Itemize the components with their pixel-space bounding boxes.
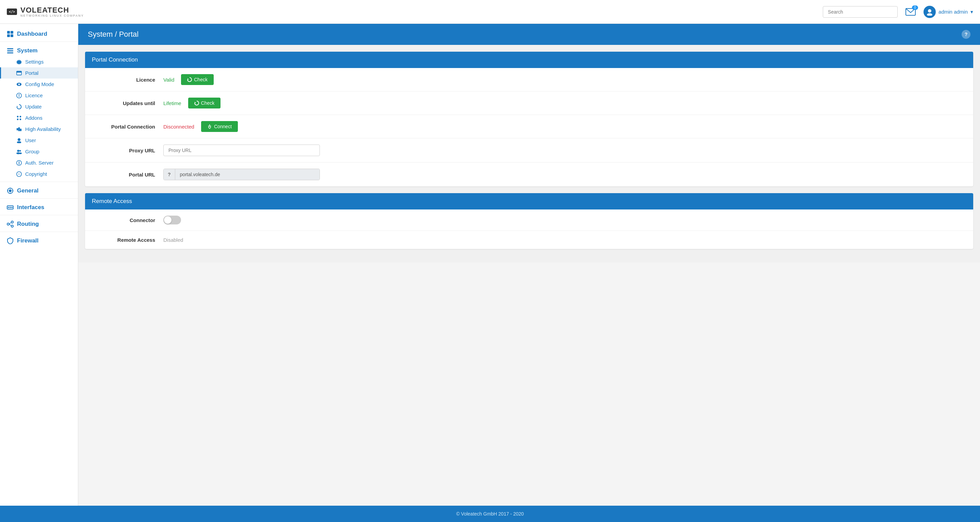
update-icon xyxy=(16,104,22,109)
svg-rect-8 xyxy=(7,50,13,51)
user-label: admin admin xyxy=(939,9,968,14)
dashboard-label: Dashboard xyxy=(17,31,47,37)
sidebar-divider-1 xyxy=(0,41,78,42)
svg-point-27 xyxy=(17,150,19,152)
sidebar-item-settings[interactable]: Settings xyxy=(0,56,78,67)
ha-icon xyxy=(16,127,22,132)
svg-rect-12 xyxy=(17,71,21,73)
remote-access-row: Remote Access Disabled xyxy=(85,231,973,249)
nav-mail[interactable]: 0 xyxy=(904,7,917,17)
updates-check-button[interactable]: Check xyxy=(188,98,221,108)
connector-label: Connector xyxy=(95,217,163,223)
sidebar-item-config-mode[interactable]: Config Mode xyxy=(0,79,78,90)
sidebar-item-dashboard[interactable]: Dashboard xyxy=(0,27,78,40)
copyright-label: Copyright xyxy=(25,171,47,177)
addons-icon xyxy=(16,115,22,121)
sidebar-item-licence[interactable]: Licence xyxy=(0,90,78,101)
proxy-url-input[interactable] xyxy=(163,144,320,156)
remote-access-card: Remote Access Connector Remote Access xyxy=(85,193,973,249)
portal-conn-label: Portal Connection xyxy=(95,124,163,130)
config-mode-label: Config Mode xyxy=(25,81,54,87)
search-input[interactable] xyxy=(823,6,898,18)
sidebar-item-user[interactable]: User xyxy=(0,135,78,146)
user-dropdown-icon: ▾ xyxy=(970,9,973,15)
updates-label: Updates until xyxy=(95,100,163,106)
brand: </> VOLEATECH NETWORKING LINUX COMPANY xyxy=(7,6,84,17)
svg-rect-4 xyxy=(11,31,13,34)
svg-rect-24 xyxy=(20,129,21,131)
remote-access-status: Disabled xyxy=(163,237,183,243)
svg-point-1 xyxy=(928,9,931,13)
updates-value-group: Lifetime Check xyxy=(163,98,963,108)
sidebar-item-portal[interactable]: Portal xyxy=(0,67,78,79)
connector-toggle[interactable] xyxy=(163,216,181,224)
portal-icon xyxy=(16,70,22,76)
portal-conn-row: Portal Connection Disconnected Connect xyxy=(85,115,973,138)
brand-sub: NETWORKING LINUX COMPANY xyxy=(21,14,84,17)
svg-rect-6 xyxy=(11,34,13,37)
portal-conn-value-group: Disconnected Connect xyxy=(163,121,963,132)
system-label: System xyxy=(17,47,37,54)
licence-check-button[interactable]: Check xyxy=(181,74,214,85)
remote-access-label: Remote Access xyxy=(95,237,163,243)
nav-user[interactable]: admin admin ▾ xyxy=(924,6,973,18)
sidebar-item-group[interactable]: Group xyxy=(0,146,78,157)
firewall-icon xyxy=(7,237,14,244)
licence-status: Valid xyxy=(163,77,174,83)
dashboard-icon xyxy=(7,31,14,37)
svg-marker-49 xyxy=(188,78,189,79)
sidebar-item-update[interactable]: Update xyxy=(0,101,78,112)
sidebar-divider-2 xyxy=(0,182,78,182)
connector-row: Connector xyxy=(85,209,973,231)
copyright-icon: © xyxy=(16,171,22,177)
settings-icon xyxy=(16,59,22,65)
svg-rect-23 xyxy=(18,127,20,131)
brand-name: VOLEATECH xyxy=(21,6,84,14)
content-area: System / Portal ? Portal Connection Lice… xyxy=(78,24,980,506)
svg-point-28 xyxy=(19,150,21,152)
svg-point-14 xyxy=(18,83,20,85)
sidebar-item-interfaces[interactable]: Interfaces xyxy=(0,201,78,213)
auth-server-icon xyxy=(16,160,22,166)
brand-logo-icon: </> xyxy=(7,8,17,15)
help-button[interactable]: ? xyxy=(962,30,970,39)
connect-button[interactable]: Connect xyxy=(201,121,238,132)
page-title: System / Portal xyxy=(88,30,138,39)
footer-text: © Voleatech GmbH 2017 - 2020 xyxy=(456,511,524,517)
sidebar-item-copyright[interactable]: © Copyright xyxy=(0,168,78,179)
sidebar-item-general[interactable]: General xyxy=(0,184,78,196)
svg-point-19 xyxy=(20,116,21,117)
sidebar-item-auth-server[interactable]: Auth. Server xyxy=(0,157,78,168)
addons-label: Addons xyxy=(25,115,43,121)
sidebar-item-system[interactable]: System xyxy=(0,44,78,56)
portal-conn-status: Disconnected xyxy=(163,124,194,130)
sidebar-item-high-availability[interactable]: High Availability xyxy=(0,124,78,135)
user-sidebar-icon xyxy=(16,138,22,143)
portal-connection-card: Portal Connection Licence Valid xyxy=(85,52,973,186)
svg-text:©: © xyxy=(18,172,21,176)
portal-url-help-button[interactable]: ? xyxy=(164,169,175,180)
content-body: Portal Connection Licence Valid xyxy=(78,45,980,263)
svg-rect-22 xyxy=(17,128,18,130)
toggle-knob xyxy=(164,216,172,224)
group-icon xyxy=(16,149,22,154)
svg-rect-7 xyxy=(7,48,13,49)
sidebar-divider-5 xyxy=(0,232,78,232)
svg-point-45 xyxy=(11,221,13,223)
main-layout: Dashboard System Settings xyxy=(0,24,980,506)
svg-point-42 xyxy=(10,207,11,208)
remote-access-body: Connector Remote Access Disabled xyxy=(85,209,973,249)
portal-label: Portal xyxy=(25,70,38,76)
system-icon xyxy=(7,47,14,54)
general-icon xyxy=(7,187,14,194)
portal-url-value-group: ? portal.voleatech.de xyxy=(163,169,963,180)
sidebar-item-firewall[interactable]: Firewall xyxy=(0,234,78,246)
config-mode-icon xyxy=(16,82,22,87)
mail-badge: 0 xyxy=(912,5,918,10)
check-refresh-icon xyxy=(187,77,192,82)
page-header: System / Portal ? xyxy=(78,24,980,45)
svg-point-26 xyxy=(17,141,21,143)
sidebar-item-routing[interactable]: Routing xyxy=(0,217,78,230)
sidebar-item-addons[interactable]: Addons xyxy=(0,112,78,124)
svg-point-44 xyxy=(7,223,9,225)
